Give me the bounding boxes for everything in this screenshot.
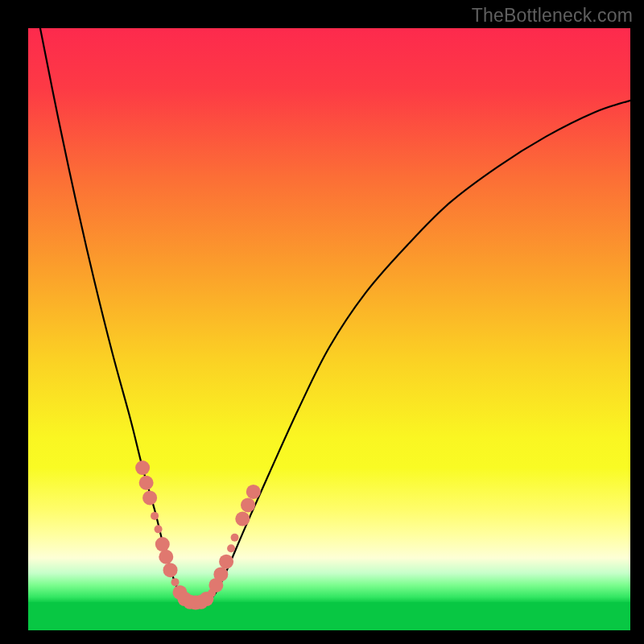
outer-black-frame: TheBottleneck.com [0,0,644,644]
marker-dot [246,485,261,499]
marker-dot [231,534,239,542]
marker-dot [142,490,157,505]
marker-dot [155,537,170,551]
marker-dot [241,497,255,512]
chart-svg [28,28,630,630]
marker-dot [135,460,150,475]
marker-dot [219,555,233,569]
marker-dot [139,476,154,490]
marker-dot [213,567,228,581]
marker-dot [163,563,178,577]
marker-dot [159,550,173,564]
marker-dot [155,525,163,533]
green-band [28,602,630,630]
gradient-background [28,28,630,630]
marker-dot [227,544,235,552]
marker-dot [171,578,180,586]
watermark-text: TheBottleneck.com [472,5,633,27]
marker-dot [235,512,250,526]
plot-area [28,28,630,630]
marker-dot [151,512,159,520]
